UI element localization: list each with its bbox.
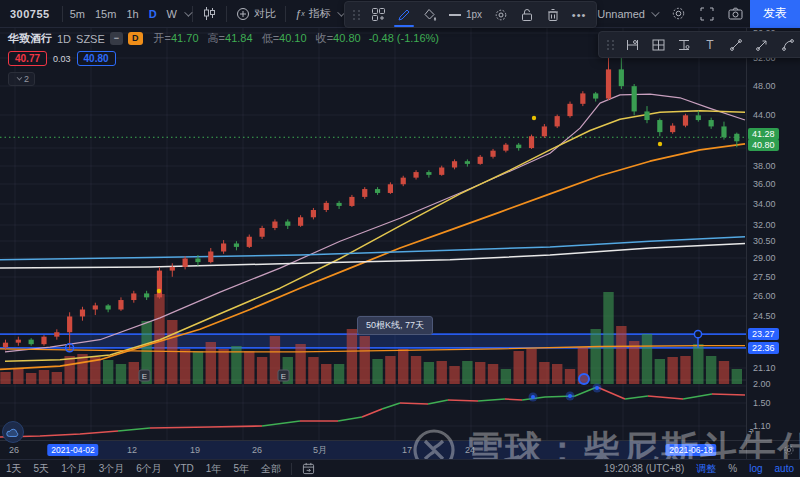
goto-date-button[interactable]: [296, 462, 321, 475]
candle-body[interactable]: [183, 259, 188, 267]
volume-bar[interactable]: [437, 361, 447, 384]
text-tool[interactable]: T: [697, 33, 723, 56]
candle-body[interactable]: [683, 115, 688, 125]
snapshot-button[interactable]: [721, 0, 750, 27]
range-ytd[interactable]: YTD: [168, 463, 200, 474]
sell-price-button[interactable]: 40.77: [8, 51, 47, 66]
candle-body[interactable]: [29, 340, 34, 345]
candle-body[interactable]: [324, 203, 329, 210]
volume-bar[interactable]: [39, 370, 49, 384]
volume-bar[interactable]: [424, 362, 434, 384]
candle-body[interactable]: [349, 197, 354, 206]
candle-body[interactable]: [478, 157, 483, 164]
candle-body[interactable]: [208, 251, 213, 262]
candle-body[interactable]: [54, 332, 59, 336]
candle-body[interactable]: [298, 217, 303, 226]
volume-bar[interactable]: [514, 351, 524, 384]
volume-bar[interactable]: [385, 356, 395, 384]
volume-bar[interactable]: [680, 356, 690, 384]
settings-button[interactable]: [664, 0, 693, 27]
price-range-tool[interactable]: [619, 33, 645, 56]
candle-body[interactable]: [67, 316, 72, 332]
volume-bar[interactable]: [180, 349, 190, 384]
draw-mode-button[interactable]: [391, 3, 417, 26]
candle-body[interactable]: [413, 172, 418, 178]
volume-bar[interactable]: [26, 373, 36, 384]
volume-bar[interactable]: [52, 372, 62, 384]
candle-body[interactable]: [670, 126, 675, 132]
candle-body[interactable]: [221, 243, 226, 251]
event-dot-marker[interactable]: [658, 142, 662, 146]
candle-body[interactable]: [593, 93, 598, 98]
volume-bar[interactable]: [64, 356, 74, 384]
chart-style-button[interactable]: [195, 0, 224, 27]
volume-bar[interactable]: [590, 329, 600, 384]
drawing-settings-button[interactable]: [488, 3, 514, 26]
delete-drawing-button[interactable]: [540, 3, 566, 26]
volume-bar[interactable]: [719, 361, 729, 384]
candle-body[interactable]: [490, 151, 495, 157]
more-options-button[interactable]: •••: [566, 3, 592, 26]
event-dot-marker[interactable]: [157, 289, 161, 293]
candle-body[interactable]: [606, 69, 611, 98]
price-chart[interactable]: EE: [0, 28, 746, 440]
candle-body[interactable]: [696, 115, 701, 120]
lock-drawing-button[interactable]: [514, 3, 540, 26]
volume-bar[interactable]: [732, 369, 742, 384]
auto-scale-toggle[interactable]: auto: [769, 463, 800, 474]
volume-bar[interactable]: [372, 359, 382, 384]
volume-bar[interactable]: [218, 349, 228, 384]
candle-body[interactable]: [3, 343, 8, 348]
axis-settings-corner[interactable]: [746, 440, 800, 459]
candle-body[interactable]: [516, 145, 521, 148]
adjust-toggle[interactable]: 调整: [690, 462, 722, 476]
volume-bar[interactable]: [488, 364, 498, 384]
candle-body[interactable]: [311, 210, 316, 217]
volume-bar[interactable]: [706, 356, 716, 384]
candle-body[interactable]: [426, 172, 431, 175]
volume-bar[interactable]: [347, 329, 357, 384]
candle-body[interactable]: [170, 267, 175, 271]
indicator-dot[interactable]: [531, 395, 535, 399]
range-6m[interactable]: 6个月: [130, 462, 168, 476]
candle-body[interactable]: [285, 222, 290, 226]
compare-button[interactable]: 对比: [229, 0, 283, 27]
candle-body[interactable]: [721, 126, 726, 137]
volume-bar[interactable]: [552, 364, 562, 384]
volume-bar[interactable]: [257, 357, 267, 384]
candle-body[interactable]: [234, 243, 239, 246]
indicators-button[interactable]: ƒx 指标: [288, 0, 350, 27]
volume-bar[interactable]: [642, 334, 652, 384]
candle-body[interactable]: [580, 93, 585, 103]
volume-bar[interactable]: [0, 372, 10, 384]
volume-bar[interactable]: [13, 368, 23, 384]
volume-bar[interactable]: [667, 357, 677, 384]
volume-bar[interactable]: [655, 359, 665, 384]
line-width-button[interactable]: 1px: [443, 9, 488, 20]
candle-body[interactable]: [362, 189, 367, 197]
fill-color-button[interactable]: [417, 3, 443, 26]
volume-bar[interactable]: [539, 362, 549, 384]
range-1d[interactable]: 1天: [0, 462, 28, 476]
volume-bar[interactable]: [103, 360, 113, 384]
candle-body[interactable]: [80, 310, 85, 317]
candle-body[interactable]: [644, 111, 649, 120]
arrow-line-tool[interactable]: [749, 33, 775, 56]
candle-body[interactable]: [272, 222, 277, 228]
range-5d[interactable]: 5天: [28, 462, 56, 476]
candle-body[interactable]: [106, 305, 111, 309]
candle-body[interactable]: [118, 300, 123, 309]
volume-bar[interactable]: [193, 351, 203, 384]
buy-price-button[interactable]: 40.80: [77, 51, 116, 66]
volume-bar[interactable]: [603, 292, 613, 384]
candle-body[interactable]: [144, 293, 149, 297]
tf-1d[interactable]: D: [144, 0, 162, 27]
measure-end-handle[interactable]: [694, 331, 701, 338]
candle-body[interactable]: [93, 305, 98, 309]
candle-body[interactable]: [657, 120, 662, 132]
candle-body[interactable]: [555, 116, 560, 126]
drag-handle-icon[interactable]: [603, 40, 619, 50]
tf-1w[interactable]: W: [162, 0, 182, 27]
publish-button[interactable]: 发表: [750, 0, 800, 28]
candle-body[interactable]: [401, 178, 406, 185]
